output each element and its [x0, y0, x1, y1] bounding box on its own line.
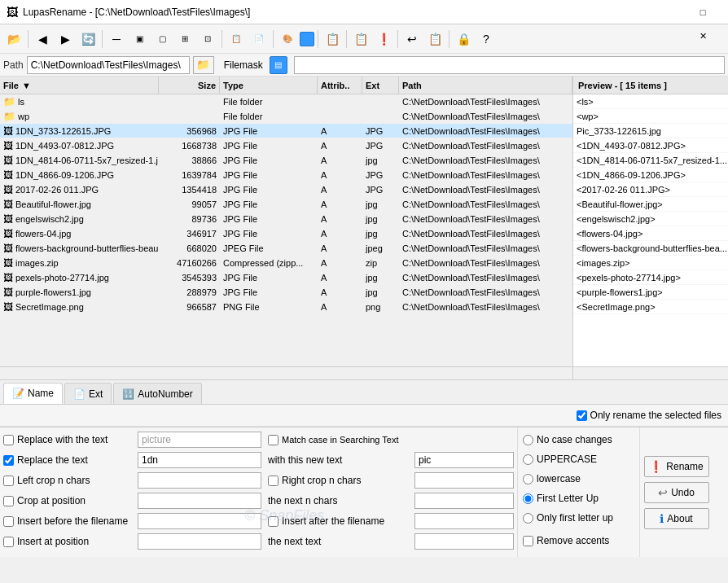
- toolbar-paste[interactable]: 📄: [248, 28, 270, 50]
- preview-item[interactable]: <pexels-photo-27714.jpg>: [573, 270, 728, 285]
- toolbar-btn-15[interactable]: 📋: [424, 28, 445, 50]
- tab-ext[interactable]: 📄 Ext: [64, 383, 112, 404]
- next-n-chars-input[interactable]: [414, 493, 514, 509]
- toolbar-undo[interactable]: ↩: [401, 28, 423, 50]
- preview-hscroll[interactable]: [573, 366, 728, 379]
- preview-item[interactable]: <Beautiful-flower.jpg>: [573, 197, 728, 212]
- insert-before-checkbox[interactable]: [3, 516, 14, 527]
- insert-before-input[interactable]: [138, 513, 261, 529]
- only-first-letter-radio[interactable]: [523, 513, 533, 524]
- close-button[interactable]: ✕: [684, 24, 721, 49]
- remove-accents-checkbox[interactable]: [523, 536, 533, 546]
- preview-item[interactable]: <flowers-background-butterflies-bea...: [573, 241, 728, 256]
- replace-text-input[interactable]: [138, 452, 261, 468]
- replace-text-checkbox[interactable]: [3, 455, 14, 466]
- preview-list[interactable]: <ls><wp>Pic_3733-122615.jpg<1DN_4493-07-…: [573, 94, 728, 366]
- toolbar-forward[interactable]: ▶: [55, 28, 76, 50]
- file-row[interactable]: 📁wp File folder C:\NetDownload\TestFiles…: [0, 109, 572, 124]
- path-input[interactable]: [27, 56, 190, 74]
- col-header-size[interactable]: Size: [159, 77, 220, 94]
- next-text-input[interactable]: [414, 533, 514, 550]
- file-row[interactable]: 🖼purple-flowers1.jpg 288979 JPG File A j…: [0, 285, 572, 300]
- preview-item[interactable]: <ls>: [573, 94, 728, 109]
- file-row[interactable]: 🖼1DN_4493-07-0812.JPG 1668738 JPG File A…: [0, 138, 572, 153]
- filemask-icon[interactable]: ▤: [270, 56, 287, 74]
- toolbar-btn-10[interactable]: 🎨: [277, 28, 298, 50]
- file-row[interactable]: 📁ls File folder C:\NetDownload\TestFiles…: [0, 94, 572, 109]
- col-header-path[interactable]: Path: [399, 77, 572, 94]
- insert-after-checkbox[interactable]: [268, 516, 278, 527]
- file-row[interactable]: 🖼SecretImage.png 966587 PNG File A png C…: [0, 300, 572, 314]
- file-row[interactable]: 🖼2017-02-26 011.JPG 1354418 JPG File A J…: [0, 182, 572, 197]
- browse-button[interactable]: 📁: [193, 56, 214, 74]
- right-crop-input[interactable]: [414, 472, 514, 489]
- toolbar-lock[interactable]: 🔒: [453, 28, 474, 50]
- file-row[interactable]: 🖼1DN_4814-06-0711-5x7_resized-1.j... 388…: [0, 153, 572, 168]
- toolbar-btn-3[interactable]: ─: [106, 28, 127, 50]
- only-rename-selected-checkbox[interactable]: [577, 410, 587, 421]
- preview-item[interactable]: <1DN_4493-07-0812.JPG>: [573, 138, 728, 153]
- toolbar-select-none[interactable]: ▢: [151, 28, 173, 50]
- first-letter-up-radio[interactable]: [523, 493, 533, 504]
- right-crop-checkbox[interactable]: [268, 476, 278, 486]
- insert-after-input[interactable]: [414, 513, 514, 529]
- toolbar-btn-7[interactable]: ⊡: [197, 28, 218, 50]
- toolbar-color-b[interactable]: [300, 32, 314, 46]
- preview-item[interactable]: <1DN_4866-09-1206.JPG>: [573, 168, 728, 182]
- file-row[interactable]: 🖼engelswisch2.jpg 89736 JPG File A jpg C…: [0, 212, 572, 226]
- toolbar-btn-12[interactable]: 📋: [322, 28, 343, 50]
- col-header-attr[interactable]: Attrib..: [318, 77, 362, 94]
- file-row[interactable]: 🖼pexels-photo-27714.jpg 3545393 JPG File…: [0, 270, 572, 285]
- toolbar-open[interactable]: 📂: [3, 28, 24, 50]
- preview-item[interactable]: <1DN_4814-06-0711-5x7_resized-1...: [573, 153, 728, 168]
- toolbar-back[interactable]: ◀: [32, 28, 53, 50]
- toolbar-select-all[interactable]: ▣: [129, 28, 150, 50]
- maximize-button[interactable]: □: [684, 0, 721, 24]
- col-header-file[interactable]: File ▼: [0, 77, 159, 94]
- file-hscroll[interactable]: [0, 366, 572, 379]
- left-crop-checkbox[interactable]: [3, 476, 14, 486]
- preview-item[interactable]: <engelswisch2.jpg>: [573, 212, 728, 226]
- preview-item[interactable]: <2017-02-26 011.JPG>: [573, 182, 728, 197]
- toolbar-refresh[interactable]: 🔄: [77, 28, 99, 50]
- rename-button[interactable]: ❗ Rename: [644, 456, 709, 477]
- col-header-ext[interactable]: Ext: [362, 77, 399, 94]
- with-new-text-input[interactable]: [414, 452, 514, 468]
- uppercase-radio[interactable]: [523, 454, 533, 465]
- toolbar-help[interactable]: ?: [476, 28, 497, 50]
- file-row[interactable]: 🖼Beautiful-flower.jpg 99057 JPG File A j…: [0, 197, 572, 212]
- about-button[interactable]: ℹ About: [644, 508, 709, 529]
- preview-item[interactable]: Pic_3733-122615.jpg: [573, 124, 728, 138]
- crop-position-input[interactable]: [138, 493, 261, 509]
- replace-with-text-input[interactable]: [138, 432, 261, 448]
- toolbar-copy[interactable]: 📋: [226, 28, 247, 50]
- no-case-radio[interactable]: [523, 435, 533, 445]
- path-cell: C:\NetDownload\TestFiles\Images\: [399, 168, 572, 182]
- insert-at-checkbox[interactable]: [3, 537, 14, 547]
- file-row[interactable]: 🖼images.zip 47160266 Compressed (zipp...…: [0, 256, 572, 270]
- replace-with-text-checkbox[interactable]: [3, 435, 14, 445]
- preview-item[interactable]: <purple-flowers1.jpg>: [573, 285, 728, 300]
- insert-at-input[interactable]: [138, 533, 261, 550]
- tab-autonumber[interactable]: 🔢 AutoNumber: [113, 383, 201, 404]
- preview-item[interactable]: <SecretImage.png>: [573, 300, 728, 314]
- col-header-type[interactable]: Type: [220, 77, 318, 94]
- preview-item[interactable]: <wp>: [573, 109, 728, 124]
- match-case-checkbox[interactable]: [268, 435, 278, 445]
- crop-position-checkbox[interactable]: [3, 496, 14, 506]
- preview-item[interactable]: <images.zip>: [573, 256, 728, 270]
- file-row[interactable]: 🖼1DN_3733-122615.JPG 356968 JPG File A J…: [0, 124, 572, 138]
- file-row[interactable]: 🖼flowers-background-butterflies-beau... …: [0, 241, 572, 256]
- undo-button[interactable]: ↩ Undo: [644, 482, 709, 503]
- left-crop-input[interactable]: [138, 472, 261, 489]
- only-rename-selected-label[interactable]: Only rename the selected files: [577, 410, 721, 421]
- tab-name[interactable]: 📝 Name: [3, 383, 63, 404]
- toolbar-invert[interactable]: ⊞: [174, 28, 195, 50]
- toolbar-btn-13[interactable]: 📋: [350, 28, 371, 50]
- file-row[interactable]: 🖼1DN_4866-09-1206.JPG 1639784 JPG File A…: [0, 168, 572, 182]
- filemask-input[interactable]: [294, 56, 725, 74]
- lowercase-radio[interactable]: [523, 474, 533, 484]
- file-row[interactable]: 🖼flowers-04.jpg 346917 JPG File A jpg C:…: [0, 226, 572, 241]
- preview-item[interactable]: <flowers-04.jpg>: [573, 226, 728, 241]
- toolbar-alert[interactable]: ❗: [373, 28, 394, 50]
